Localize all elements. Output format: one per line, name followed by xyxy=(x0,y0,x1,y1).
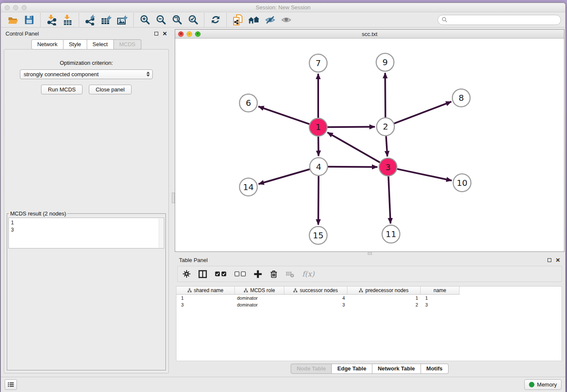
export-network-button[interactable] xyxy=(82,13,98,27)
graph-edge-1-6[interactable] xyxy=(259,106,310,124)
node-table[interactable]: shared nameMCDS rolesuccessor nodesprede… xyxy=(176,286,562,361)
table-cell[interactable]: 4 xyxy=(284,295,347,301)
delete-column-button[interactable] xyxy=(270,270,278,278)
search-box[interactable] xyxy=(438,15,561,25)
network-canvas[interactable]: 7968124314101511 xyxy=(175,39,564,251)
add-column-button[interactable] xyxy=(254,270,262,278)
table-cell[interactable]: 2 xyxy=(347,302,421,307)
result-scrollbar[interactable] xyxy=(159,218,163,248)
zoom-fit-button[interactable] xyxy=(169,13,185,27)
tab-node-table[interactable]: Node Table xyxy=(291,364,332,374)
run-mcds-button[interactable]: Run MCDS xyxy=(41,85,83,94)
table-toolbar: f(x) xyxy=(177,266,562,282)
zoom-window-button[interactable] xyxy=(22,5,27,10)
export-image-button[interactable] xyxy=(114,13,130,27)
tab-network[interactable]: Network xyxy=(31,39,63,50)
save-session-button[interactable] xyxy=(21,13,37,27)
table-cell[interactable]: dominator xyxy=(235,302,284,307)
table-settings-button[interactable] xyxy=(183,270,190,278)
import-network-button[interactable] xyxy=(44,13,60,27)
home-layout-button[interactable] xyxy=(246,13,262,27)
graph-edge-4-3[interactable] xyxy=(328,167,377,167)
open-session-button[interactable] xyxy=(5,13,21,27)
column-header-predecessor-nodes[interactable]: predecessor nodes xyxy=(347,287,421,295)
table-cell[interactable]: 1 xyxy=(176,295,235,301)
hide-graphics-details-button[interactable] xyxy=(262,13,278,27)
zoom-in-button[interactable] xyxy=(137,13,153,27)
graph-node-6[interactable]: 6 xyxy=(239,94,257,112)
tab-style[interactable]: Style xyxy=(63,39,87,50)
column-header-name[interactable]: name xyxy=(421,287,460,295)
memory-button[interactable]: Memory xyxy=(524,379,561,390)
delete-table-button[interactable] xyxy=(286,271,294,278)
table-body: 1dominator4113dominator323 xyxy=(176,295,561,308)
float-panel-icon[interactable] xyxy=(154,32,158,36)
zoom-out-button[interactable] xyxy=(153,13,169,27)
float-table-panel-icon[interactable] xyxy=(548,258,551,262)
table-cell[interactable]: 1 xyxy=(421,295,460,301)
graph-node-8[interactable]: 8 xyxy=(452,89,470,107)
close-panel-icon[interactable]: ✕ xyxy=(162,31,167,36)
table-row[interactable]: 1dominator411 xyxy=(176,295,561,301)
close-table-panel-icon[interactable]: ✕ xyxy=(556,257,560,263)
table-cell[interactable]: 3 xyxy=(176,302,235,307)
column-header-MCDS-role[interactable]: MCDS role xyxy=(235,287,284,295)
column-header-successor-nodes[interactable]: successor nodes xyxy=(284,287,347,295)
deselect-all-rows-button[interactable] xyxy=(234,271,246,276)
graph-edge-3-11[interactable] xyxy=(388,177,391,224)
graph-node-7[interactable]: 7 xyxy=(309,54,327,72)
graph-node-9[interactable]: 9 xyxy=(376,53,394,71)
show-graphics-details-button[interactable] xyxy=(278,13,294,27)
graph-edge-2-3[interactable] xyxy=(386,136,387,156)
tab-network-table[interactable]: Network Table xyxy=(372,364,421,374)
toolbar-separator xyxy=(40,13,41,27)
function-builder-button[interactable]: f(x) xyxy=(302,270,314,278)
delete-table-icon xyxy=(286,271,294,278)
select-all-rows-button[interactable] xyxy=(215,271,226,276)
graph-node-10[interactable]: 10 xyxy=(453,174,471,192)
refresh-view-button[interactable] xyxy=(207,13,223,27)
graph-node-1[interactable]: 1 xyxy=(309,118,327,136)
network-zoom-button[interactable]: + xyxy=(195,31,201,37)
graph-node-4[interactable]: 4 xyxy=(310,158,328,176)
zoom-selected-button[interactable] xyxy=(185,13,201,27)
graph-edge-2-9[interactable] xyxy=(385,73,385,117)
graph-node-2[interactable]: 2 xyxy=(377,118,394,135)
graph-node-3[interactable]: 3 xyxy=(379,158,397,176)
network-graph[interactable]: 7968124314101511 xyxy=(175,39,564,251)
optimization-criterion-select[interactable]: strongly connected component xyxy=(20,69,153,79)
clone-network-button[interactable] xyxy=(230,13,246,27)
search-input[interactable] xyxy=(449,17,557,23)
graph-node-14[interactable]: 14 xyxy=(239,178,257,196)
graph-edge-3-10[interactable] xyxy=(397,169,452,180)
graph-edge-3-1[interactable] xyxy=(328,133,380,163)
tab-motifs[interactable]: Motifs xyxy=(421,364,449,374)
graph-edge-2-8[interactable] xyxy=(394,102,451,123)
tab-edge-table[interactable]: Edge Table xyxy=(332,364,372,374)
table-cell[interactable]: 3 xyxy=(284,302,347,307)
minimize-window-button[interactable] xyxy=(13,5,18,10)
graph-edge-4-14[interactable] xyxy=(259,169,310,184)
divider-grip[interactable] xyxy=(172,193,175,203)
graph-node-15[interactable]: 15 xyxy=(309,226,327,244)
table-cell[interactable]: dominator xyxy=(235,295,284,301)
network-minimize-button[interactable]: − xyxy=(187,31,192,37)
column-header-shared-name[interactable]: shared name xyxy=(176,287,235,295)
graph-node-label: 9 xyxy=(383,57,388,67)
task-history-button[interactable] xyxy=(5,379,17,390)
table-cell[interactable]: 3 xyxy=(421,302,460,307)
graph-edge-4-15[interactable] xyxy=(318,176,319,225)
graph-node-11[interactable]: 11 xyxy=(382,225,400,243)
tab-select[interactable]: Select xyxy=(87,39,114,50)
close-panel-button[interactable]: Close panel xyxy=(89,85,132,94)
network-view-window: ✕ − + scc.txt 7968124314101511 xyxy=(175,29,564,252)
export-table-button[interactable] xyxy=(98,13,114,27)
table-row[interactable]: 3dominator323 xyxy=(176,301,561,308)
show-columns-button[interactable] xyxy=(198,270,207,278)
tab-mcds[interactable]: MCDS xyxy=(114,39,141,50)
import-table-button[interactable] xyxy=(60,13,76,27)
graph-edge-1-2[interactable] xyxy=(328,127,375,127)
close-window-button[interactable] xyxy=(5,5,10,10)
network-close-button[interactable]: ✕ xyxy=(178,31,184,37)
table-cell[interactable]: 1 xyxy=(347,295,421,301)
